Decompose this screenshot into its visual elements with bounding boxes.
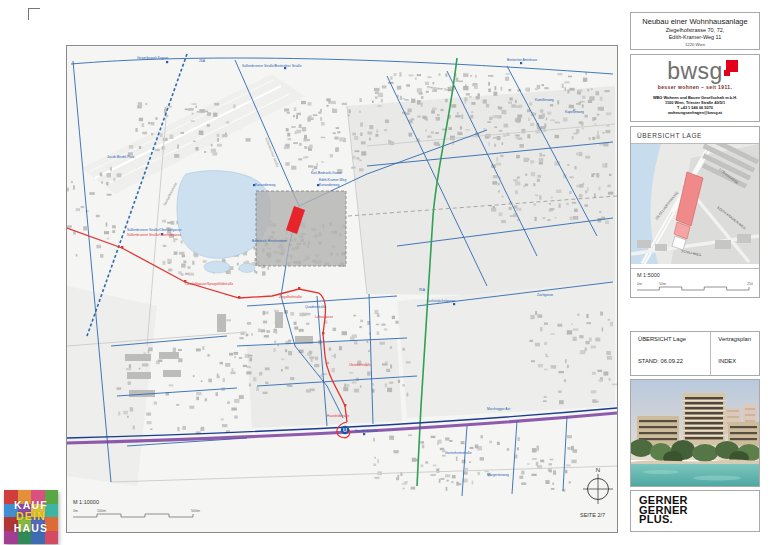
sheet-name: ÜBERSICHT Lage	[631, 332, 710, 354]
svg-text:Kapellenweg: Kapellenweg	[565, 110, 584, 114]
north-arrow: N	[582, 467, 614, 508]
svg-text:Hausfeldstraße: Hausfeldstraße	[327, 414, 350, 418]
kdh-line3: HAUS	[14, 523, 49, 535]
svg-text:Marchegger Ast: Marchegger Ast	[487, 407, 510, 411]
project-address-1: Ziegelhofstrasse 70, 72,	[631, 27, 759, 33]
svg-text:Süßenbrunner Straße/Oberfeldga: Süßenbrunner Straße/Oberfeldgasse	[127, 228, 181, 232]
project-city: 1220 Wien	[631, 42, 759, 47]
svg-text:100m: 100m	[97, 509, 106, 513]
rendering-image	[631, 380, 759, 486]
svg-text:26A: 26A	[199, 59, 206, 63]
map-scale-label: M 1:10000	[73, 499, 203, 505]
title-table: ÜBERSICHT Lage Vertragsplan STAND: 06.09…	[630, 331, 760, 376]
page-number: SEITE 2/7	[580, 512, 605, 518]
overview-scale: M 1:5000 0m50m250m	[631, 268, 759, 297]
sheet-date: STAND: 06.09.22	[631, 354, 710, 376]
svg-text:Gewerbepark Kagran: Gewerbepark Kagran	[137, 56, 169, 60]
svg-text:Hausfeldstraße: Hausfeldstraße	[355, 429, 378, 433]
svg-text:250m: 250m	[747, 282, 753, 286]
svg-text:Süßenbrunner Straße/Oberfeldga: Süßenbrunner Straße/Oberfeldgasse	[127, 233, 181, 237]
project-title-block: Neubau einer Wohnhausanlage Ziegelhofstr…	[630, 12, 760, 50]
overview-scale-label: M 1:5000	[637, 272, 753, 278]
map-scale: M 1:10000 0m100m500m	[73, 499, 203, 520]
overview-thumbnail-map: LOBAUGASSEZIEGELHOFSTRASSEEDITH-KRAMER-W…	[631, 144, 759, 264]
svg-text:Jacob-Bindel-Platz: Jacob-Bindel-Platz	[107, 155, 135, 159]
svg-text:50m: 50m	[659, 282, 666, 286]
site-map: U Gewerbepark Kagran26ASüßenbrunner Stra…	[66, 45, 618, 533]
architect-logo-block: GERNER GERNER PLUS.	[630, 490, 760, 532]
kdh-text: KAUF DEIN HAUS	[4, 490, 58, 544]
bwsg-block: bwsg besser wohnen – seit 1911. WBG Wohn…	[630, 54, 760, 122]
svg-text:Ziegelhofstraße: Ziegelhofstraße	[279, 295, 302, 299]
crop-mark	[28, 8, 40, 20]
svg-text:Oberfeldgasse/Spargelfeldstraß: Oberfeldgasse/Spargelfeldstraße	[185, 282, 234, 286]
project-address-2: Edith-Kramer-Weg 11	[631, 34, 759, 40]
svg-text:Breitenlee Amtshaus: Breitenlee Amtshaus	[507, 58, 538, 62]
svg-text:U: U	[343, 427, 347, 433]
compass-icon	[583, 474, 613, 504]
bwsg-square-small-icon	[724, 70, 730, 76]
svg-text:Gartenheimstraße: Gartenheimstraße	[445, 451, 472, 455]
svg-text:Lobaugasse: Lobaugasse	[315, 315, 333, 319]
city-map-canvas: U Gewerbepark Kagran26ASüßenbrunner Stra…	[67, 46, 617, 532]
overview-block: ÜBERSICHT LAGE LOBAUGASSEZIEGELHOFSTRASS…	[630, 126, 760, 298]
svg-text:Badeteich Hirschstetten: Badeteich Hirschstetten	[252, 239, 287, 243]
bwsg-logo: bwsg	[667, 60, 723, 83]
svg-text:Korianderweg: Korianderweg	[255, 183, 276, 187]
architect-line3: PLUS.	[639, 515, 759, 525]
svg-text:Quadenstraße: Quadenstraße	[305, 305, 326, 309]
overview-title: ÜBERSICHT LAGE	[631, 127, 759, 144]
svg-text:Breitenleer Straße: Breitenleer Straße	[427, 85, 454, 93]
svg-text:Karl-Bednarik-Gasse: Karl-Bednarik-Gasse	[311, 171, 342, 175]
bwsg-wordmark: bwsg	[667, 58, 723, 84]
svg-text:Lackenjöchelgasse: Lackenjöchelgasse	[427, 299, 455, 303]
svg-text:Oberdorfstraße: Oberdorfstraße	[349, 363, 372, 367]
detail-area-rect	[256, 191, 346, 266]
svg-text:0m: 0m	[73, 509, 78, 513]
svg-text:Edith-Kramer-Weg: Edith-Kramer-Weg	[319, 178, 346, 182]
map-scalebar: 0m100m500m	[73, 507, 203, 520]
svg-text:95A: 95A	[419, 288, 426, 292]
svg-text:500m: 500m	[191, 509, 200, 513]
ubahn-station: U	[341, 426, 349, 434]
north-label: N	[582, 467, 614, 473]
bwsg-email: wohnungsanfragen@bwsg.at	[631, 110, 759, 115]
rail-line-dashed	[87, 54, 187, 336]
svg-text:Kamillenweg: Kamillenweg	[535, 98, 554, 102]
svg-text:Margeritenweg: Margeritenweg	[487, 473, 509, 477]
project-title: Neubau einer Wohnhausanlage	[631, 17, 759, 26]
svg-text:Süßenbrunner Straße: Süßenbrunner Straße	[264, 137, 280, 168]
svg-text:Korianderweg: Korianderweg	[319, 183, 340, 187]
bwsg-address: WBG Wohnen und Bauen Gesellschaft m.b.H.…	[631, 95, 759, 115]
plan-type: Vertragsplan	[710, 332, 759, 354]
svg-text:Spargelfeldstraße: Spargelfeldstraße	[162, 181, 178, 206]
overview-scalebar: 0m50m250m	[637, 280, 753, 293]
bwsg-tagline: besser wohnen – seit 1911.	[631, 84, 759, 90]
sheet-index: INDEX	[710, 354, 759, 376]
svg-text:Süßenbrunner Straße/Breitenlee: Süßenbrunner Straße/Breitenleer Straße	[242, 64, 302, 68]
project-rendering	[630, 379, 760, 487]
svg-text:Zachgasse: Zachgasse	[537, 293, 553, 297]
kauf-dein-haus-logo: KAUF DEIN HAUS	[4, 490, 58, 544]
svg-text:0m: 0m	[637, 282, 642, 286]
